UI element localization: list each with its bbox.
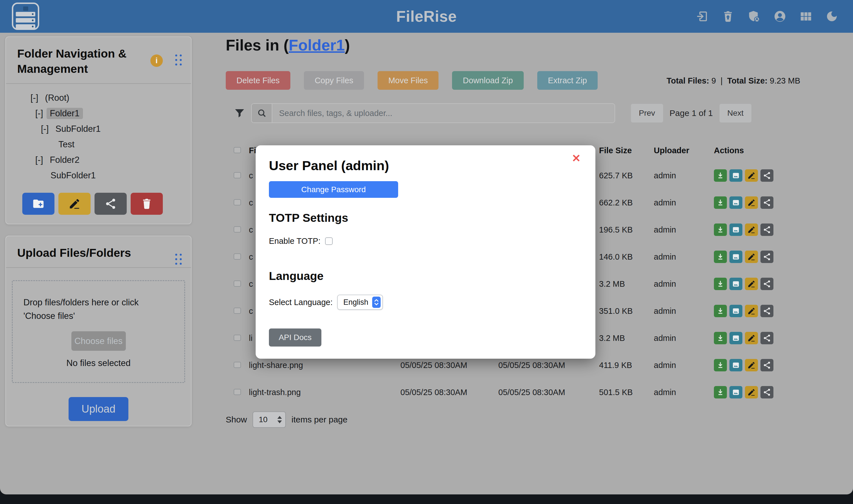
download-button[interactable] <box>714 251 727 263</box>
row-checkbox[interactable] <box>234 362 241 368</box>
preview-button[interactable] <box>729 278 742 290</box>
tree-label[interactable]: Folder2 <box>47 155 83 166</box>
download-button[interactable] <box>714 305 727 317</box>
edit-button[interactable] <box>745 169 758 182</box>
tree-toggle[interactable]: [-] <box>41 124 49 134</box>
edit-button[interactable] <box>745 196 758 209</box>
column-header-uploader[interactable]: Uploader <box>654 146 714 155</box>
share-button[interactable] <box>760 386 774 398</box>
tree-item-subfolder1[interactable]: [-]SubFolder1 <box>6 121 191 137</box>
extract-zip-button[interactable]: Extract Zip <box>537 71 598 90</box>
download-button[interactable] <box>714 278 727 290</box>
delete-folder-button[interactable] <box>131 193 163 215</box>
edit-icon <box>747 171 756 180</box>
file-name-cell[interactable]: light-share.png <box>249 361 400 370</box>
filter-icon[interactable] <box>234 107 246 119</box>
move-files-button[interactable]: Move Files <box>378 71 438 90</box>
drag-handle-icon[interactable] <box>175 54 183 67</box>
row-checkbox[interactable] <box>234 172 241 178</box>
tree-label[interactable]: SubFolder1 <box>47 170 99 181</box>
row-checkbox[interactable] <box>234 308 241 314</box>
share-button[interactable] <box>760 223 774 236</box>
row-checkbox[interactable] <box>234 281 241 287</box>
tree-item-folder2[interactable]: [-]Folder2 <box>6 152 191 168</box>
preview-button[interactable] <box>729 169 742 182</box>
row-checkbox[interactable] <box>234 389 241 395</box>
download-button[interactable] <box>714 169 727 182</box>
tree-label[interactable]: (Root) <box>42 92 73 104</box>
preview-button[interactable] <box>729 332 742 344</box>
share-button[interactable] <box>760 278 774 290</box>
current-folder-link[interactable]: Folder1 <box>289 36 345 54</box>
download-button[interactable] <box>714 359 727 371</box>
download-button[interactable] <box>714 386 727 398</box>
preview-button[interactable] <box>729 386 742 398</box>
drag-handle-icon[interactable] <box>175 254 183 266</box>
tree-item-folder1[interactable]: [-]Folder1 <box>6 106 191 121</box>
edit-button[interactable] <box>745 278 758 290</box>
prev-page-button[interactable]: Prev <box>631 104 663 123</box>
row-checkbox[interactable] <box>234 199 241 205</box>
next-page-button[interactable]: Next <box>720 104 752 123</box>
row-checkbox[interactable] <box>234 335 241 341</box>
column-header-file-size[interactable]: File Size <box>599 146 654 155</box>
date-modified-cell: 05/05/25 08:30AM <box>400 361 498 370</box>
change-password-button[interactable]: Change Password <box>269 181 398 198</box>
row-checkbox[interactable] <box>234 226 241 233</box>
preview-button[interactable] <box>729 305 742 317</box>
share-button[interactable] <box>760 196 774 209</box>
info-icon[interactable]: i <box>150 54 163 67</box>
share-folder-button[interactable] <box>94 193 127 215</box>
file-size-cell: 625.7 KB <box>599 171 654 180</box>
tree-toggle[interactable]: [-] <box>35 155 43 165</box>
menu-logo-icon[interactable] <box>12 2 39 30</box>
tree-item-subfolder1-2[interactable]: SubFolder1 <box>6 168 191 183</box>
edit-button[interactable] <box>745 305 758 317</box>
select-all-checkbox[interactable] <box>234 147 241 153</box>
tree-label[interactable]: Folder1 <box>47 108 83 119</box>
share-button[interactable] <box>760 332 774 344</box>
edit-button[interactable] <box>745 359 758 371</box>
row-checkbox[interactable] <box>234 253 241 259</box>
tree-item-test[interactable]: Test <box>6 137 191 152</box>
tree-toggle[interactable]: [-] <box>31 93 38 103</box>
edit-button[interactable] <box>745 332 758 344</box>
rename-folder-button[interactable] <box>58 193 91 215</box>
per-page-suffix: items per page <box>291 415 347 425</box>
share-button[interactable] <box>760 251 774 263</box>
tree-label[interactable]: Test <box>55 139 78 150</box>
file-name-cell[interactable]: light-trash.png <box>249 388 400 397</box>
download-zip-button[interactable]: Download Zip <box>452 71 523 90</box>
tree-item-root[interactable]: [-](Root) <box>6 90 191 106</box>
enable-totp-checkbox[interactable] <box>325 237 333 245</box>
preview-button[interactable] <box>729 359 742 371</box>
totp-settings-heading: TOTP Settings <box>269 211 582 224</box>
create-folder-button[interactable] <box>22 193 54 215</box>
upload-dropzone[interactable]: Drop files/folders here or click 'Choose… <box>12 280 185 383</box>
api-docs-button[interactable]: API Docs <box>269 328 321 346</box>
download-button[interactable] <box>714 332 727 344</box>
per-page-select[interactable]: 10 <box>253 411 286 428</box>
close-icon[interactable]: ✕ <box>572 152 581 164</box>
share-button[interactable] <box>760 169 774 182</box>
download-button[interactable] <box>714 196 727 209</box>
delete-files-button[interactable]: Delete Files <box>226 71 290 90</box>
preview-button[interactable] <box>729 251 742 263</box>
enable-totp-label: Enable TOTP: <box>269 236 321 246</box>
tree-toggle[interactable]: [-] <box>35 108 43 119</box>
download-button[interactable] <box>714 223 727 236</box>
share-button[interactable] <box>760 305 774 317</box>
edit-button[interactable] <box>745 251 758 263</box>
preview-button[interactable] <box>729 223 742 236</box>
search-input[interactable] <box>272 104 615 123</box>
tree-label[interactable]: SubFolder1 <box>52 123 104 134</box>
edit-button[interactable] <box>745 223 758 236</box>
file-size-cell: 196.5 KB <box>599 225 654 234</box>
share-button[interactable] <box>760 359 774 371</box>
edit-button[interactable] <box>745 386 758 398</box>
upload-button[interactable]: Upload <box>69 397 128 421</box>
language-select[interactable]: English <box>337 294 383 310</box>
copy-files-button[interactable]: Copy Files <box>304 71 364 90</box>
preview-button[interactable] <box>729 196 742 209</box>
choose-files-button[interactable]: Choose files <box>71 331 126 351</box>
